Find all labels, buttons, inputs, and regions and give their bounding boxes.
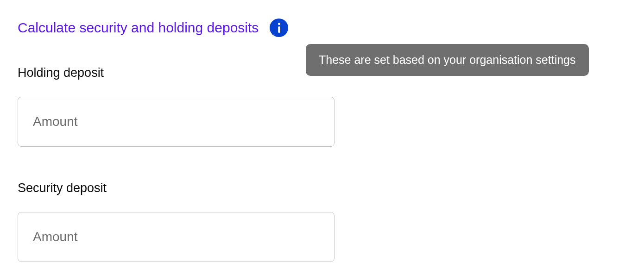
calculate-deposits-link[interactable]: Calculate security and holding deposits bbox=[18, 20, 259, 36]
security-deposit-label: Security deposit bbox=[18, 181, 626, 195]
security-deposit-input[interactable] bbox=[18, 212, 335, 262]
holding-deposit-group: Holding deposit bbox=[18, 66, 626, 147]
info-icon[interactable] bbox=[270, 19, 288, 37]
tooltip-text: These are set based on your organisation… bbox=[319, 53, 576, 66]
svg-rect-1 bbox=[278, 26, 280, 33]
info-tooltip: These are set based on your organisation… bbox=[306, 44, 589, 76]
header-row: Calculate security and holding deposits bbox=[18, 19, 626, 37]
holding-deposit-input[interactable] bbox=[18, 97, 335, 147]
security-deposit-group: Security deposit bbox=[18, 181, 626, 262]
svg-point-0 bbox=[278, 23, 280, 25]
info-glyph-icon bbox=[278, 23, 281, 33]
